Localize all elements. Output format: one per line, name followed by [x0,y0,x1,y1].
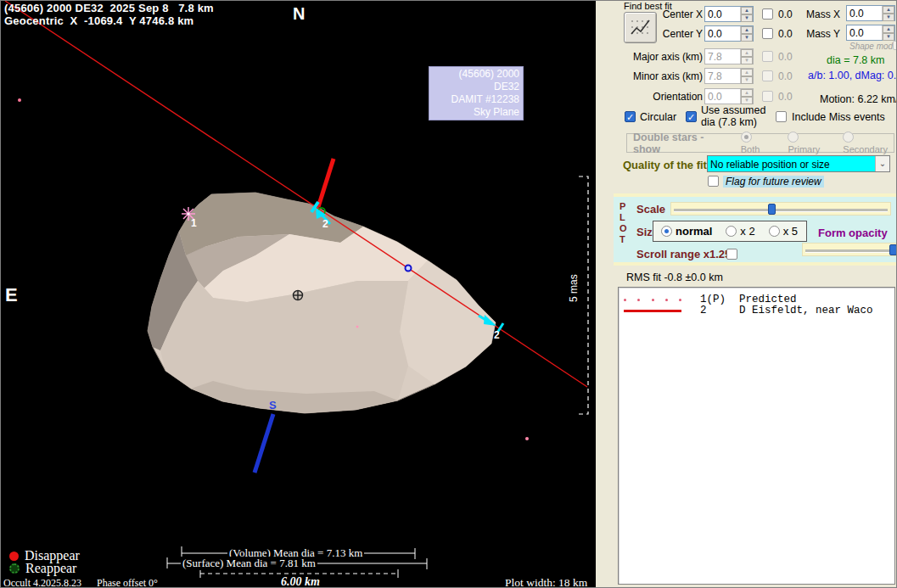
orientation-spinner[interactable]: 0.0 ▲▼ [704,88,754,104]
geocenter-symbol [294,291,303,300]
size-normal-option[interactable]: normal [661,225,712,238]
orientation-aux: 0.0 [778,91,793,103]
use-assumed-line1: Use assumed [701,104,765,116]
secondary-radio[interactable] [843,132,854,143]
shape-model-checkbox[interactable] [893,41,897,50]
center-y-spinner[interactable]: 0.0 ▲▼ [704,25,754,42]
scale-slider-groove [674,209,888,211]
mass-y-arrows[interactable]: ▲▼ [882,25,894,40]
center-y-checkbox[interactable] [762,28,773,39]
circular-checkbox[interactable] [625,111,636,122]
combo-dropdown-icon[interactable]: ⌄ [875,156,889,171]
use-assumed-checkbox[interactable] [686,111,697,122]
major-axis-spinner[interactable]: 7.8 ▲▼ [704,48,754,64]
reappear-label: Reappear [25,561,76,575]
double-stars-label: Double stars - show [633,132,720,155]
primary-radio[interactable] [788,132,799,143]
minor-axis-aux: 0.0 [778,70,793,82]
include-miss-checkbox[interactable] [776,111,787,122]
center-y-value[interactable]: 0.0 [705,26,740,41]
mass-x-label: Mass X [804,8,840,20]
plot-letter-p: P [619,200,625,212]
fit-row-2-id: 2 [700,305,739,316]
scroll-range-label: Scroll range x1.25 [636,248,731,260]
minor-axis-label: Minor axis (km) [621,70,703,82]
center-x-checkbox[interactable] [762,8,773,20]
major-axis-checkbox[interactable] [762,51,773,62]
shape-model-label: Shape model [849,42,897,51]
mass-x-value[interactable]: 0.0 [847,6,882,20]
scale-slider[interactable] [670,202,891,216]
quality-of-fit-combo[interactable]: No reliable position or size ⌄ [707,155,890,172]
flag-review-checkbox[interactable] [708,176,719,187]
quality-of-fit-label: Quality of the fit [623,159,707,171]
both-label: Both [741,144,760,154]
fit-row-2-name: D Eisfeldt, near Waco [739,305,873,316]
spin-axis-line [255,414,273,473]
orientation-checkbox[interactable] [762,91,773,102]
sky-plane-plot[interactable]: (45606) 2000 DE32 2025 Sep 8 7.8 km Geoc… [1,1,596,588]
center-x-value[interactable]: 0.0 [705,7,740,21]
south-pole-label: S [269,399,277,412]
reappear-dot-icon [9,563,20,574]
double-stars-both[interactable]: Both [741,132,770,155]
size-x5-radio[interactable] [769,226,780,237]
info-box-damit: DAMIT #12238 [433,93,519,106]
size-x2-option[interactable]: x 2 [726,225,754,238]
dia-text: dia = 7.8 km [827,54,884,66]
mass-y-value[interactable]: 0.0 [847,25,882,40]
scale-slider-thumb[interactable] [768,204,776,215]
form-opacity-slider[interactable] [802,243,897,256]
object-info-box[interactable]: (45606) 2000 DE32 DAMIT #12238 Sky Plane [429,66,524,120]
center-y-arrows[interactable]: ▲▼ [740,26,753,41]
legend-reappear: Reappear [9,561,76,576]
asteroid-shape-model [148,193,496,413]
size-x5-option[interactable]: x 5 [769,225,798,238]
minor-axis-checkbox[interactable] [762,70,773,81]
mass-y-spinner[interactable]: 0.0 ▲▼ [846,25,895,41]
phase-offset-label: Phase offset 0° [97,577,158,588]
major-axis-aux: 0.0 [778,51,793,63]
both-radio[interactable] [741,132,752,143]
orientation-value: 0.0 [705,89,740,104]
center-x-label: Center X [621,8,703,20]
form-opacity-groove [805,249,894,252]
double-stars-primary[interactable]: Primary [788,132,827,155]
size-normal-label: normal [676,225,712,238]
major-axis-label: Major axis (km) [621,51,703,63]
double-stars-secondary[interactable]: Secondary [843,132,894,155]
pink-dot-on-shape [356,326,359,328]
control-panel: Find best fit Center X 0.0 ▲▼ 0.0 Mass X… [596,1,897,588]
center-x-spinner[interactable]: 0.0 ▲▼ [704,6,754,22]
scroll-range-checkbox[interactable] [726,249,737,260]
pink-dot-lower-right [525,437,529,440]
size-x5-label: x 5 [783,225,798,238]
star-marker-1-label: 1 [191,217,197,229]
chord-2-label-right: 2 [494,329,500,341]
mass-x-arrows[interactable]: ▲▼ [882,6,894,20]
plot-letter-l: L [619,211,625,223]
mass-y-label: Mass Y [804,28,840,40]
secondary-label: Secondary [843,144,888,154]
mas-scale-bracket [579,176,588,414]
observed-chord-2 [318,159,334,207]
major-axis-arrows: ▲▼ [740,49,753,64]
asteroid-facet-right [400,260,496,384]
double-stars-group: Double stars - show Both Primary Seconda… [626,133,894,153]
rms-fit-label: RMS fit -0.8 ±0.0 km [626,272,723,283]
size-x2-radio[interactable] [726,226,737,237]
blue-dot-marker [406,266,412,272]
fit-list-row-predicted[interactable]: 1(P) Predicted [624,294,797,305]
fit-row-1-id: 1(P) [700,294,739,305]
size-normal-radio[interactable] [661,226,672,237]
plot-geocentric: Geocentric X -1069.4 Y 4746.8 km [4,14,193,27]
mass-x-spinner[interactable]: 0.0 ▲▼ [846,5,895,21]
center-x-arrows[interactable]: ▲▼ [740,7,753,21]
plot-letter-t: T [619,233,625,245]
fit-list[interactable]: 1(P) Predicted 2 D Eisfeldt, near Waco [618,287,895,585]
minor-axis-spinner[interactable]: 7.8 ▲▼ [704,68,754,84]
minor-axis-arrows: ▲▼ [740,69,753,83]
fit-list-row-observer[interactable]: 2 D Eisfeldt, near Waco [624,305,873,316]
form-opacity-thumb[interactable] [889,244,897,255]
observer-line-sample [624,310,700,312]
